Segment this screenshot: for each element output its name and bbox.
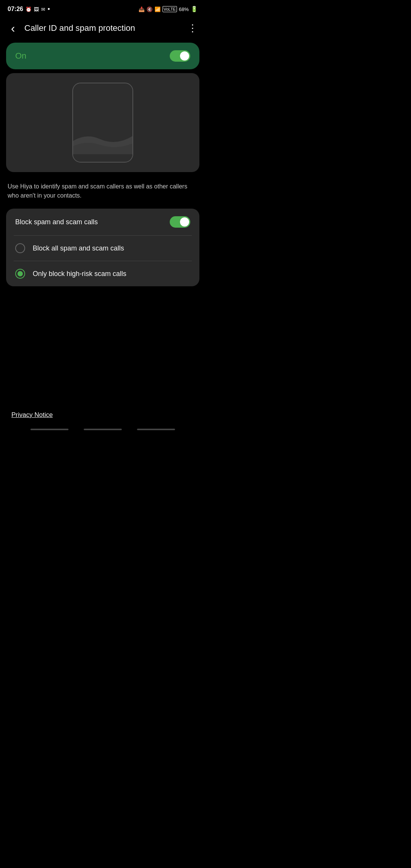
block-spam-row[interactable]: Block spam and scam calls bbox=[6, 209, 199, 235]
radio-high-risk-button[interactable] bbox=[15, 269, 25, 279]
back-icon bbox=[11, 21, 15, 35]
status-left: 07:26 ⏰ 🖼 ✉ • bbox=[8, 6, 50, 13]
dot-indicator: • bbox=[48, 6, 50, 13]
privacy-notice-link[interactable]: Privacy Notice bbox=[11, 411, 53, 419]
status-icons-right: 📥 🔇 📶 VoLTE 68% 🔋 bbox=[139, 6, 198, 13]
alarm-icon: ⏰ bbox=[25, 6, 32, 12]
illustration-card bbox=[6, 73, 199, 172]
settings-card: Block spam and scam calls Block all spam… bbox=[6, 209, 199, 286]
image-icon: 🖼 bbox=[34, 6, 39, 12]
description-text: Use Hiya to identify spam and scam calle… bbox=[0, 176, 206, 206]
phone-illustration bbox=[72, 83, 133, 163]
status-time: 07:26 bbox=[8, 6, 23, 13]
wifi-icon: 📶 bbox=[155, 6, 161, 12]
master-toggle-switch[interactable] bbox=[170, 50, 190, 62]
radio-block-all-label: Block all spam and scam calls bbox=[33, 244, 124, 252]
download-icon: 📥 bbox=[139, 6, 145, 12]
bottom-indicator-left bbox=[30, 429, 68, 430]
more-icon bbox=[188, 22, 198, 34]
phone-body bbox=[72, 83, 133, 163]
battery-icon: 🔋 bbox=[191, 6, 198, 13]
radio-high-risk-row[interactable]: Only block high-risk scam calls bbox=[6, 261, 199, 286]
signal-icon: VoLTE bbox=[162, 6, 177, 12]
back-button[interactable] bbox=[6, 21, 20, 35]
mute-icon: 🔇 bbox=[147, 6, 153, 12]
mail-icon: ✉ bbox=[41, 6, 45, 12]
bottom-nav-bar bbox=[0, 429, 206, 430]
block-spam-label: Block spam and scam calls bbox=[15, 218, 98, 226]
toggle-on-label: On bbox=[15, 51, 26, 61]
bottom-indicator-center bbox=[84, 429, 122, 430]
master-toggle-card[interactable]: On bbox=[6, 43, 199, 69]
radio-high-risk-inner bbox=[18, 271, 23, 276]
toggle-thumb bbox=[180, 51, 189, 61]
block-spam-toggle-thumb bbox=[180, 217, 189, 227]
phone-wave-svg bbox=[72, 116, 133, 154]
bottom-indicator-right bbox=[137, 429, 175, 430]
radio-high-risk-label: Only block high-risk scam calls bbox=[33, 270, 126, 278]
battery-text: 68% bbox=[179, 6, 189, 12]
status-bar: 07:26 ⏰ 🖼 ✉ • 📥 🔇 📶 VoLTE 68% 🔋 bbox=[0, 0, 206, 17]
radio-block-all-row[interactable]: Block all spam and scam calls bbox=[6, 236, 199, 261]
page-title: Caller ID and spam protection bbox=[24, 23, 181, 33]
more-options-button[interactable] bbox=[186, 21, 199, 35]
app-bar: Caller ID and spam protection bbox=[0, 17, 206, 40]
radio-block-all-button[interactable] bbox=[15, 243, 25, 253]
block-spam-toggle[interactable] bbox=[170, 216, 190, 228]
